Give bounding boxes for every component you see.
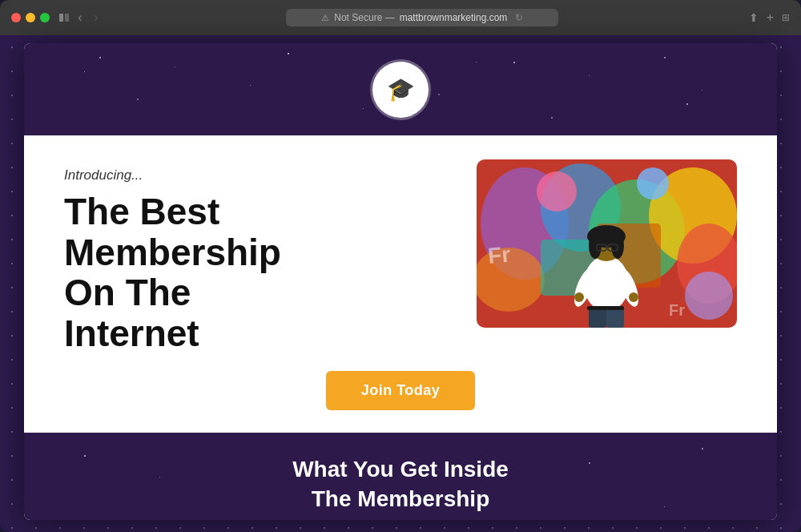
address-bar-area: ⚠ Not Secure — mattbrownmarketing.com ↻: [103, 9, 743, 26]
hero-section: Introducing... The Best Membership On Th…: [24, 135, 777, 353]
graffiti-illustration: Fr Fr: [477, 159, 737, 328]
svg-rect-28: [589, 308, 606, 328]
site-logo: 🎓: [372, 62, 429, 118]
browser-titlebar: ‹ › ⚠ Not Secure — mattbrownmarketing.co…: [0, 0, 801, 35]
share-icon[interactable]: ⬆: [749, 11, 759, 24]
sidebar-toggle[interactable]: [58, 11, 70, 24]
address-bar[interactable]: ⚠ Not Secure — mattbrownmarketing.com ↻: [286, 9, 558, 26]
minimize-button[interactable]: [26, 13, 35, 22]
website-frame: 🎓 Introducing... The Best Membership On …: [24, 43, 777, 520]
title-line3: On The: [64, 272, 191, 313]
title-line2: Membership: [64, 232, 281, 273]
hero-text-area: Introducing... The Best Membership On Th…: [64, 159, 461, 353]
security-indicator: ⚠: [321, 13, 329, 23]
browser-window: ‹ › ⚠ Not Secure — mattbrownmarketing.co…: [0, 0, 801, 532]
intro-label: Introducing...: [64, 167, 461, 183]
refresh-icon[interactable]: ↻: [515, 12, 523, 23]
hero-title: The Best Membership On The Internet: [64, 191, 461, 353]
svg-point-26: [574, 292, 584, 302]
svg-rect-0: [59, 14, 63, 22]
title-line4: Internet: [64, 312, 199, 354]
back-button[interactable]: ‹: [74, 11, 87, 24]
desktop-background: 🎓 Introducing... The Best Membership On …: [0, 35, 801, 532]
benefits-title: What You Get Inside The Membership: [48, 455, 753, 514]
svg-point-13: [685, 272, 733, 320]
svg-point-12: [637, 167, 669, 200]
svg-text:Fr: Fr: [669, 301, 685, 319]
close-button[interactable]: [11, 13, 21, 22]
grid-icon[interactable]: ⊞: [782, 12, 790, 23]
url-display: mattbrownmarketing.com: [400, 12, 508, 23]
svg-point-19: [589, 233, 602, 259]
hero-image: Fr Fr: [477, 159, 737, 328]
forward-button[interactable]: ›: [90, 11, 103, 24]
maximize-button[interactable]: [40, 13, 50, 22]
title-line1: The Best: [64, 191, 219, 232]
benefits-title-line1: What You Get Inside: [292, 457, 509, 482]
benefits-section: What You Get Inside The Membership Lorem…: [24, 433, 777, 520]
svg-rect-30: [587, 306, 624, 310]
svg-rect-29: [606, 308, 624, 328]
benefits-title-line2: The Membership: [312, 486, 489, 511]
svg-rect-1: [65, 14, 69, 22]
cta-section: Join Today: [24, 353, 777, 433]
graffiti-background: Fr Fr: [477, 159, 737, 328]
site-header: 🎓: [24, 43, 777, 135]
traffic-lights: [11, 13, 50, 22]
logo-emoji: 🎓: [387, 76, 415, 103]
security-label: Not Secure —: [334, 12, 394, 23]
svg-text:Fr: Fr: [487, 242, 512, 268]
new-tab-icon[interactable]: +: [767, 10, 774, 25]
svg-point-27: [629, 292, 638, 302]
svg-point-11: [537, 171, 577, 212]
join-today-button[interactable]: Join Today: [326, 371, 476, 410]
